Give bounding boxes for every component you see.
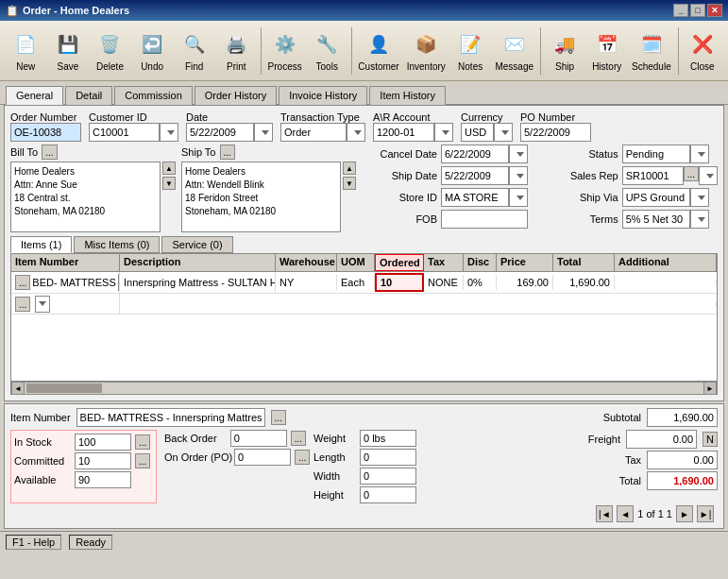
tools-button[interactable]: 🔧 Tools	[307, 25, 347, 77]
width-input[interactable]	[360, 468, 416, 485]
new-row-dropdown[interactable]	[35, 296, 50, 313]
nav-prev-button[interactable]: ◄	[617, 505, 634, 522]
store-id-input[interactable]	[441, 188, 509, 207]
item-number-dots-button[interactable]: ...	[15, 275, 30, 290]
in-stock-dots[interactable]: ...	[135, 434, 150, 450]
ship-via-dropdown[interactable]	[690, 188, 709, 207]
status-dropdown[interactable]	[690, 145, 709, 163]
schedule-button[interactable]: 🗓️ Schedule	[629, 25, 674, 77]
ship-date-input[interactable]	[441, 166, 509, 185]
terms-input[interactable]	[622, 210, 690, 229]
print-button[interactable]: 🖨️ Print	[216, 25, 257, 77]
tab-commission[interactable]: Commission	[114, 86, 193, 105]
ar-account-input[interactable]	[373, 123, 434, 142]
terms-dropdown[interactable]	[690, 210, 709, 229]
date-input[interactable]	[186, 123, 254, 142]
date-dropdown[interactable]	[254, 123, 273, 142]
bill-to-scroll-down[interactable]: ▼	[162, 177, 176, 190]
scrollbar-thumb[interactable]	[26, 383, 102, 393]
currency-input[interactable]	[461, 123, 494, 142]
back-order-dots[interactable]: ...	[291, 431, 306, 446]
scroll-left-button[interactable]: ◄	[11, 382, 25, 395]
save-button[interactable]: 💾 Save	[48, 25, 89, 77]
nav-last-button[interactable]: ►|	[697, 505, 714, 522]
length-input[interactable]	[360, 449, 416, 466]
notes-button[interactable]: 📝 Notes	[450, 25, 491, 77]
ship-to-dots-button[interactable]: ...	[220, 145, 235, 160]
sales-rep-dropdown[interactable]	[699, 166, 718, 185]
order-number-input[interactable]	[10, 123, 81, 142]
tab-general[interactable]: General	[6, 86, 63, 105]
tab-item-history[interactable]: Item History	[369, 86, 446, 105]
sales-rep-input[interactable]	[622, 166, 684, 185]
height-input[interactable]	[360, 486, 416, 503]
tab-order-history[interactable]: Order History	[195, 86, 277, 105]
ship-to-scroll-down[interactable]: ▼	[343, 177, 356, 190]
minimize-button[interactable]: _	[673, 4, 688, 17]
find-button[interactable]: 🔍 Find	[174, 25, 214, 77]
col-disc: Disc	[464, 254, 497, 271]
tab-detail[interactable]: Detail	[65, 86, 112, 105]
item-number-bottom-input[interactable]	[76, 408, 265, 427]
bill-to-dots-button[interactable]: ...	[42, 145, 57, 160]
tab-invoice-history[interactable]: Invoice History	[279, 86, 367, 105]
transaction-type-input[interactable]	[280, 123, 347, 142]
ar-account-dropdown[interactable]	[434, 123, 453, 142]
ship-via-input[interactable]	[622, 188, 690, 207]
currency-label: Currency	[461, 111, 513, 123]
transaction-type-dropdown[interactable]	[347, 123, 365, 142]
process-button[interactable]: ⚙️ Process	[264, 25, 305, 77]
po-number-input[interactable]	[520, 123, 591, 142]
transaction-type-label: Transaction Type	[280, 111, 365, 123]
toolbar-divider-2	[351, 27, 352, 75]
bill-to-scroll-up[interactable]: ▲	[162, 162, 176, 175]
nav-next-button[interactable]: ►	[676, 505, 693, 522]
store-id-label: Store ID	[362, 192, 437, 203]
col-ordered: Ordered	[375, 254, 424, 271]
on-order-dots[interactable]: ...	[295, 450, 310, 465]
cancel-date-input[interactable]	[441, 145, 509, 163]
sub-tab-items[interactable]: Items (1)	[10, 236, 72, 253]
horizontal-scrollbar[interactable]: ◄ ►	[10, 382, 718, 395]
main-tab-bar: General Detail Commission Order History …	[0, 81, 728, 105]
col-total: Total	[553, 254, 615, 271]
inventory-button[interactable]: 📦 Inventory	[404, 25, 449, 77]
undo-button[interactable]: ↩️ Undo	[132, 25, 173, 77]
ship-to-scroll-up[interactable]: ▲	[343, 162, 356, 175]
store-id-dropdown[interactable]	[509, 188, 528, 207]
nav-first-button[interactable]: |◄	[596, 505, 613, 522]
cell-item-number: ... BED- MATTRESS	[11, 272, 120, 293]
in-stock-input	[75, 434, 131, 451]
ship-date-dropdown[interactable]	[509, 166, 528, 185]
committed-dots[interactable]: ...	[135, 453, 150, 468]
new-button[interactable]: 📄 New	[6, 25, 46, 77]
cell-ordered: 10	[375, 273, 424, 292]
message-button[interactable]: ✉️ Message	[492, 25, 536, 77]
close-button[interactable]: ❌ Close	[683, 25, 723, 77]
currency-dropdown[interactable]	[494, 123, 513, 142]
ship-button[interactable]: 🚚 Ship	[545, 25, 585, 77]
cancel-date-dropdown[interactable]	[509, 145, 528, 163]
sub-tab-misc-items[interactable]: Misc Items (0)	[74, 236, 160, 253]
customer-id-input[interactable]	[89, 123, 160, 142]
fob-input[interactable]	[441, 210, 528, 229]
table-row[interactable]: ... BED- MATTRESS Innerspring Mattress -…	[11, 272, 717, 294]
delete-button[interactable]: 🗑️ Delete	[90, 25, 130, 77]
sales-rep-dots-button[interactable]: ...	[684, 166, 699, 181]
weight-input[interactable]	[360, 430, 416, 447]
sub-tab-service[interactable]: Service (0)	[161, 236, 232, 253]
customer-button[interactable]: 👤 Customer	[355, 25, 401, 77]
item-number-bottom-dots[interactable]: ...	[271, 410, 286, 425]
history-button[interactable]: 📅 History	[586, 25, 627, 77]
history-icon: 📅	[592, 29, 622, 60]
maximize-button[interactable]: □	[690, 4, 705, 17]
status-input[interactable]	[622, 145, 690, 163]
scroll-right-button[interactable]: ►	[703, 382, 717, 395]
pagination-bar: |◄ ◄ 1 of 1 1 ► ►|	[10, 503, 718, 524]
grid-empty-row[interactable]: ...	[11, 294, 717, 315]
freight-input[interactable]	[626, 430, 697, 449]
customer-id-dropdown[interactable]	[160, 123, 178, 142]
window-close-button[interactable]: ✕	[707, 4, 722, 17]
new-row-dots-button[interactable]: ...	[15, 297, 30, 312]
cell-warehouse: NY	[276, 275, 337, 290]
